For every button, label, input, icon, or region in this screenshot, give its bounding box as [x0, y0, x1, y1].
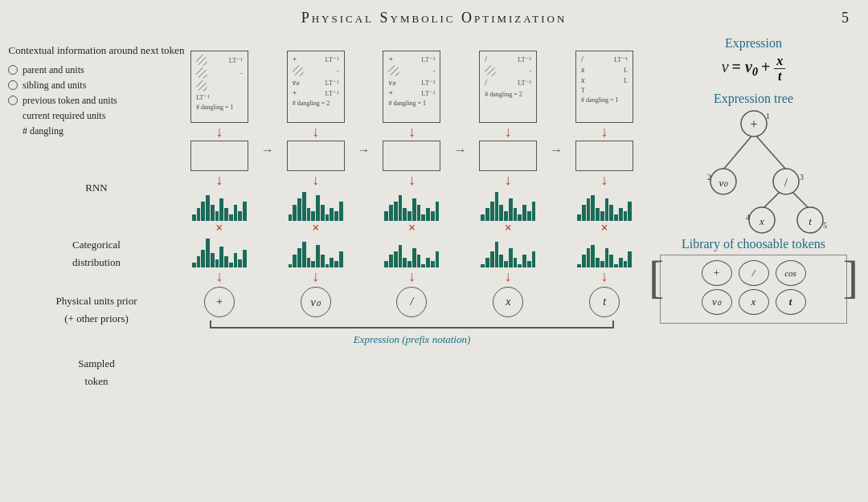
bar: [614, 264, 618, 267]
lib-token-v0: v₀: [702, 289, 732, 315]
bar: [412, 198, 416, 221]
step-3: +LT⁻¹ - v₀LT⁻¹ +LT⁻¹ # dangling = 1 ↓ ↓: [374, 51, 451, 317]
bar: [522, 205, 526, 221]
token-box-5: /LT⁻¹ xL xL T # dangling = 1: [575, 51, 633, 123]
arrow-2-rnn: ↓: [312, 124, 319, 139]
node-plus-label: +: [750, 117, 757, 131]
step-4: /LT⁻¹ - /LT⁻¹ # dangling = 2 ↓ ↓: [469, 51, 547, 317]
bar: [311, 261, 315, 267]
unit-1-4: LT⁻¹: [196, 93, 210, 101]
lib-row-2: v₀ x t: [670, 289, 837, 315]
bar: [201, 202, 205, 221]
bar: [215, 259, 219, 267]
step-5: /LT⁻¹ xL xL T # dangling = 1 ↓ ↓: [566, 51, 643, 317]
rnn-box-1: [190, 141, 248, 171]
cross-1: ×: [215, 222, 223, 235]
bar: [307, 208, 311, 221]
physical-units-label: Physical units prior: [8, 295, 185, 308]
sym-3-1: +: [388, 55, 393, 63]
unit-5-1: LT⁻¹: [614, 55, 628, 63]
bracket-line: [210, 320, 614, 329]
sym-3-3: v₀: [388, 78, 395, 87]
edge-plus-div: [754, 133, 786, 169]
bar: [624, 211, 628, 221]
num-4: 4: [746, 213, 750, 222]
bar: [527, 211, 531, 221]
bar: [514, 208, 518, 221]
bar: [609, 205, 613, 221]
bar: [504, 211, 508, 221]
bar: [499, 205, 503, 221]
bar: [229, 214, 233, 221]
page-title: Physical Symbolic Optimization: [0, 0, 868, 27]
arrow-2-result: ↓: [312, 269, 319, 284]
library-box: + / cos v₀ x t: [660, 255, 847, 324]
bar: [518, 214, 522, 221]
bar: [609, 255, 613, 267]
bar: [518, 264, 522, 267]
result-token-4: x: [493, 287, 523, 317]
token-box-4: /LT⁻¹ - /LT⁻¹ # dangling = 2: [479, 51, 537, 123]
bar: [224, 208, 228, 221]
node-div-label: /: [784, 177, 788, 189]
dangling-4: # dangling = 2: [485, 91, 531, 98]
bar: [326, 264, 330, 267]
bar: [192, 263, 196, 267]
dangling-2: # dangling = 2: [293, 100, 339, 107]
cross-5: ×: [601, 222, 608, 235]
arrow-1-cat: ↓: [215, 173, 223, 187]
bar: [211, 205, 215, 221]
unit-3-3: LT⁻¹: [421, 79, 435, 87]
bar: [321, 255, 325, 267]
radio-parent[interactable]: parent and units: [8, 64, 185, 76]
h-arrow-4: →: [550, 143, 563, 157]
radio-prev-token[interactable]: previous token and units: [8, 95, 185, 107]
unit-4-2: -: [529, 67, 531, 75]
arrow-4-result: ↓: [505, 269, 512, 284]
arrow-1-result: ↓: [215, 269, 223, 284]
rnn-box-5: [575, 141, 633, 171]
token-box-1: LT⁻¹ - LT⁻¹ # dangling = 1: [190, 51, 248, 123]
arrow-3-cat: ↓: [408, 173, 416, 187]
bar: [628, 202, 632, 221]
cat-bars-1: [190, 189, 248, 221]
arrow-4-cat: ↓: [505, 173, 512, 187]
radio-label-sibling: sibling and units: [23, 80, 86, 92]
num-2: 2: [707, 173, 711, 182]
radio-circle-prev[interactable]: [8, 96, 18, 105]
bar: [399, 195, 403, 221]
sym-2-3: v₀: [293, 78, 299, 87]
rnn-box-4: [479, 141, 537, 171]
bar: [587, 198, 591, 221]
bar: [509, 198, 513, 221]
unit-3-1: LT⁻¹: [421, 55, 435, 63]
bar: [619, 208, 623, 221]
bar: [431, 261, 435, 267]
cross-4: ×: [505, 222, 512, 235]
result-token-1: +: [204, 287, 235, 317]
bar: [297, 198, 301, 221]
striped-4-2: [485, 65, 496, 76]
radio-circle-sibling[interactable]: [8, 80, 18, 90]
unit-2-2: -: [337, 67, 339, 75]
radio-circle-parent[interactable]: [8, 65, 18, 75]
lib-token-plus: +: [702, 260, 732, 286]
categorical-label: Categorical: [8, 239, 185, 251]
dangling-3: # dangling = 1: [388, 100, 435, 107]
bar: [297, 248, 301, 267]
bracket-right: ]: [843, 248, 858, 306]
bar: [509, 248, 513, 267]
unit-4-1: LT⁻¹: [518, 55, 531, 63]
label-current-units: current required units: [8, 110, 185, 122]
bar: [499, 255, 503, 267]
formula-container: v = v0 + x t: [647, 54, 860, 84]
arrow-2-cat: ↓: [312, 173, 319, 187]
formula-x: x: [774, 54, 785, 69]
bar: [485, 208, 489, 221]
bar: [384, 261, 388, 267]
bar: [197, 208, 201, 221]
unit-1-2: -: [240, 69, 243, 77]
expression-tree: + v₀ / x t 1 2 3 4 5: [665, 109, 842, 234]
bar: [587, 248, 591, 267]
radio-sibling[interactable]: sibling and units: [8, 80, 185, 92]
